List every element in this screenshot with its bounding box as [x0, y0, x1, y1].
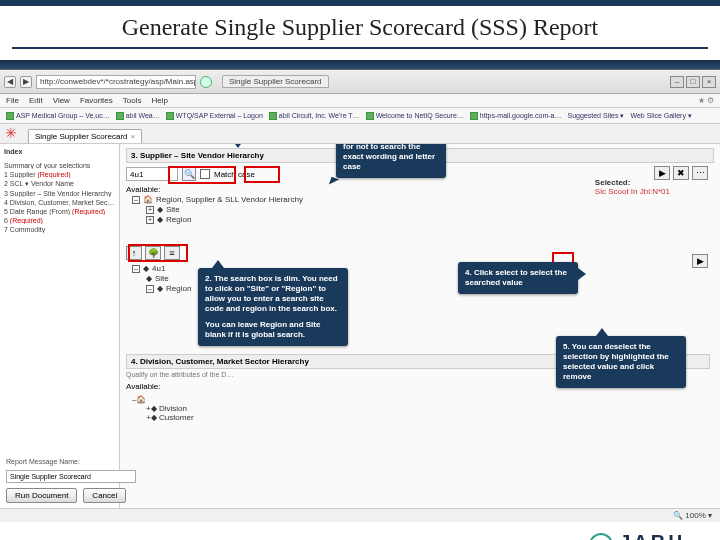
bookmark-icon [6, 112, 14, 120]
bookmark-icon [166, 112, 174, 120]
forward-button[interactable]: ▶ [20, 76, 32, 88]
report-message-input[interactable]: Single Supplier Scorecard [6, 470, 136, 483]
browser-menu-bar: File Edit View Favorites Tools Help ★ ⚙ [0, 94, 720, 108]
selected-value: Slc Scoot In Jbl:N*01 [595, 187, 670, 196]
status-bar: 🔍 100% ▾ [0, 508, 720, 522]
minimize-button[interactable]: – [670, 76, 684, 88]
callout-5: 5. You can deselect the selection by hig… [556, 336, 686, 388]
index-item-6[interactable]: 6 (Required) [4, 217, 115, 224]
menu-favorites[interactable]: Favorites [80, 96, 113, 105]
bookmark-icon [269, 112, 277, 120]
highlight-search-box [168, 166, 236, 184]
index-summary[interactable]: Summary of your selections [4, 162, 115, 169]
address-bar[interactable]: http://conwebdev*/*crostrategy/asp/Main.… [36, 75, 196, 89]
menu-tools[interactable]: Tools [123, 96, 142, 105]
index-item-2[interactable]: 2 SCL ▾ Vendor Name [4, 180, 115, 188]
app-tab-strip: Single Supplier Scorecard × [0, 124, 720, 144]
index-title: Index [4, 148, 115, 155]
index-item-4[interactable]: 4 Division, Customer, Market Sector Hier… [4, 199, 115, 206]
bookmark-item[interactable]: abil Wea… [116, 112, 160, 120]
menu-file[interactable]: File [6, 96, 19, 105]
caret-icon: + [146, 413, 151, 422]
tree-region[interactable]: +◆ Region [146, 215, 714, 224]
index-item-7[interactable]: 7 Commodity [4, 226, 115, 233]
caret-icon: – [132, 196, 140, 204]
caret-icon: – [146, 285, 154, 293]
report-prompt-area: Index Summary of your selections 1 Suppl… [0, 144, 720, 508]
app-tab-sss[interactable]: Single Supplier Scorecard × [28, 129, 142, 143]
bookmark-icon [470, 112, 478, 120]
jabil-logo: JABIL [589, 531, 692, 541]
section4-tree: –🏠 +◆ Division +◆ Customer [132, 395, 710, 422]
index-item-3[interactable]: 3 Supplier – Site Vendor Hierarchy [4, 190, 115, 197]
tree-customer[interactable]: +◆ Customer [146, 413, 710, 422]
close-button[interactable]: × [702, 76, 716, 88]
callout-4: 4. Click select to select the searched v… [458, 262, 578, 294]
maximize-button[interactable]: □ [686, 76, 700, 88]
caret-icon: + [146, 206, 154, 214]
page-title: Generate Single Supplier Scorecard (SSS)… [12, 14, 708, 41]
reload-icon[interactable] [200, 76, 212, 88]
back-button[interactable]: ◀ [4, 76, 16, 88]
bookmark-item[interactable]: WTQ/SAP External – Logon [166, 112, 263, 120]
slide-header: Generate Single Supplier Scorecard (SSS)… [0, 0, 720, 60]
bookmark-icon [116, 112, 124, 120]
caret-icon: – [132, 265, 140, 273]
cancel-button[interactable]: Cancel [83, 488, 126, 503]
bookmark-item[interactable]: Suggested Sites ▾ [568, 112, 625, 120]
remove-button[interactable]: ✖ [673, 166, 689, 180]
highlight-control-row [128, 244, 188, 262]
menu-help[interactable]: Help [151, 96, 167, 105]
control-row: ↑ 🌳 ≡ [126, 246, 714, 260]
run-document-button[interactable]: Run Document [6, 488, 77, 503]
select-button[interactable]: ▶ [654, 166, 670, 180]
header-rule [12, 47, 708, 49]
bookmark-item[interactable]: abil Circuit, Inc. We're T… [269, 112, 360, 120]
browser-tab[interactable]: Single Supplier Scorecard [222, 75, 329, 88]
bookmark-bar: ASP Medical Group – Ve.uc… abil Wea… WTQ… [0, 108, 720, 124]
tab-label: Single Supplier Scorecard [35, 132, 128, 141]
menu-edit[interactable]: Edit [29, 96, 43, 105]
footer: JABIL [0, 522, 720, 540]
tree-site[interactable]: +◆ Site [146, 205, 714, 214]
bookmark-item[interactable]: https-mail.google.com-a… [470, 112, 562, 120]
browser-tab-strip: Single Supplier Scorecard [222, 75, 329, 88]
index-item-5[interactable]: 5 Date Range (From) (Required) [4, 208, 115, 215]
callout-2: 2. The search box is dim. You need to cl… [198, 268, 348, 346]
options-button[interactable]: ⋯ [692, 166, 708, 180]
bookmark-item[interactable]: Welcome to NetIQ Secure… [366, 112, 464, 120]
browser-chrome: ◀ ▶ http://conwebdev*/*crostrategy/asp/M… [0, 70, 720, 94]
tree-root[interactable]: –🏠 Region, Supplier & SLL Vendor Hierarc… [132, 195, 714, 204]
index-item-1[interactable]: 1 Supplier (Required) [4, 171, 115, 178]
close-tab-icon[interactable]: × [131, 132, 136, 141]
index-pane: Index Summary of your selections 1 Suppl… [0, 144, 120, 508]
caret-icon: + [146, 404, 151, 413]
zoom-indicator[interactable]: 🔍 100% ▾ [673, 511, 712, 520]
report-message-label: Report Message Name: [6, 458, 80, 465]
caret-icon: – [132, 395, 136, 404]
app-logo-icon [4, 127, 20, 143]
bookmark-item[interactable]: ASP Medical Group – Ve.uc… [6, 112, 110, 120]
header-blue-bar [0, 60, 720, 70]
highlight-match-case [244, 166, 280, 183]
bookmark-item[interactable]: Web Slice Gallery ▾ [630, 112, 691, 120]
menu-view[interactable]: View [53, 96, 70, 105]
hierarchy-tree: –🏠 Region, Supplier & SLL Vendor Hierarc… [132, 195, 714, 224]
tree-root-s4[interactable]: –🏠 [132, 395, 710, 404]
tree-division[interactable]: +◆ Division [146, 404, 710, 413]
bookmark-icon [366, 112, 374, 120]
select-value-button[interactable]: ▶ [692, 254, 708, 268]
caret-icon: + [146, 216, 154, 224]
callout-1: 1. Uncheck "match case" for not to searc… [336, 144, 446, 178]
jabil-arc-icon [589, 533, 613, 541]
